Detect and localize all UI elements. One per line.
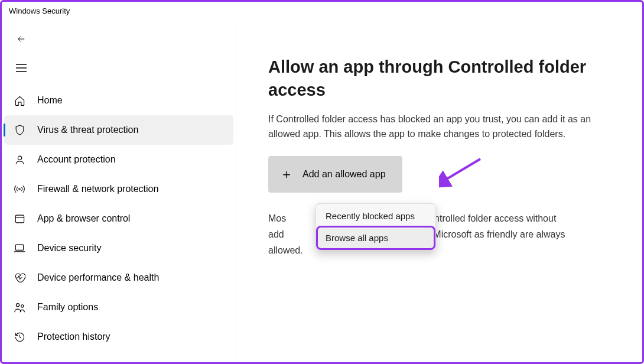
- sidebar-item-label: Virus & threat protection: [37, 125, 138, 135]
- svg-point-10: [21, 304, 23, 307]
- hamburger-button[interactable]: [16, 61, 222, 75]
- sidebar-item-performance[interactable]: Device performance & health: [2, 263, 236, 292]
- person-icon: [12, 152, 27, 167]
- laptop-icon: [12, 241, 27, 255]
- sidebar-item-label: Firewall & network protection: [37, 184, 158, 194]
- sidebar-item-app-browser[interactable]: App & browser control: [2, 204, 236, 233]
- sidebar-item-home[interactable]: Home: [2, 86, 236, 115]
- sidebar-item-family[interactable]: Family options: [2, 292, 236, 322]
- back-button[interactable]: [16, 32, 222, 46]
- sidebar-item-label: Device performance & health: [37, 272, 159, 283]
- sidebar: Home Virus & threat protection Account p…: [2, 20, 236, 362]
- window-title: Windows Security: [2, 2, 642, 20]
- history-icon: [12, 330, 27, 344]
- hamburger-icon: [16, 64, 27, 72]
- svg-point-4: [19, 188, 21, 190]
- page-description: If Controlled folder access has blocked …: [268, 112, 619, 142]
- sidebar-item-device-security[interactable]: Device security: [2, 233, 236, 263]
- nav-list: Home Virus & threat protection Account p…: [2, 86, 236, 352]
- page-title: Allow an app through Controlled folder a…: [268, 56, 619, 102]
- firewall-icon: [12, 182, 27, 196]
- add-button-label: Add an allowed app: [303, 169, 386, 180]
- dropdown-browse-all[interactable]: Browse all apps: [317, 227, 434, 249]
- sidebar-item-label: Home: [37, 95, 63, 106]
- main-content: Allow an app through Controlled folder a…: [236, 20, 642, 362]
- home-icon: [12, 93, 27, 108]
- back-icon: [16, 34, 27, 44]
- sidebar-item-label: App & browser control: [37, 213, 130, 224]
- shield-icon: [12, 123, 27, 137]
- sidebar-item-label: Device security: [37, 243, 101, 254]
- sidebar-item-label: Protection history: [37, 332, 110, 342]
- sidebar-item-history[interactable]: Protection history: [2, 322, 236, 352]
- svg-rect-7: [15, 245, 23, 250]
- dropdown-recently-blocked[interactable]: Recently blocked apps: [317, 205, 434, 227]
- svg-point-3: [18, 156, 21, 160]
- sidebar-item-label: Family options: [37, 302, 98, 313]
- sidebar-item-account[interactable]: Account protection: [2, 145, 236, 174]
- sidebar-item-label: Account protection: [37, 154, 116, 165]
- svg-point-9: [16, 303, 19, 306]
- sidebar-item-virus-threat[interactable]: Virus & threat protection: [4, 115, 233, 145]
- plus-icon: ＋: [280, 165, 293, 183]
- family-icon: [12, 300, 27, 314]
- heart-icon: [12, 271, 27, 285]
- add-app-dropdown: Recently blocked apps Browse all apps: [316, 203, 436, 251]
- browser-icon: [12, 212, 27, 226]
- sidebar-item-firewall[interactable]: Firewall & network protection: [2, 174, 236, 204]
- add-allowed-app-button[interactable]: ＋ Add an allowed app: [268, 156, 402, 193]
- svg-rect-5: [15, 215, 24, 223]
